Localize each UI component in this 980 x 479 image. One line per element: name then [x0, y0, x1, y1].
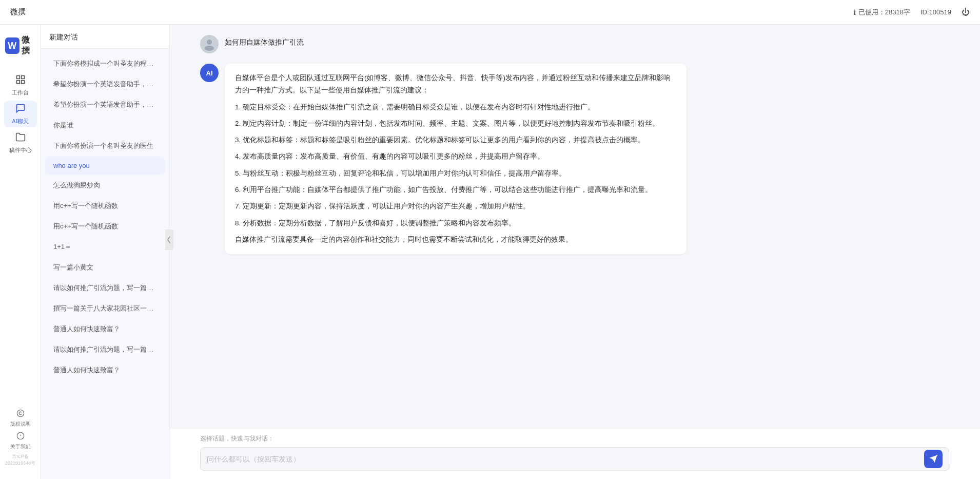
chat-sidebar: 新建对话 下面你将模拟成一个叫圣友的程序员，我说... 希望你扮演一个英语发音助…: [41, 25, 169, 479]
copyright-icon: [16, 409, 25, 419]
left-nav: W 微撰 工作台 AI聊天 稿件中心 版权说明: [0, 25, 41, 479]
quick-topics-label: 选择话题，快速与我对话：: [200, 434, 949, 443]
logo-area: W 微撰: [0, 35, 41, 56]
user-avatar: [200, 35, 219, 53]
chat-history-item-15[interactable]: 请以如何推广引流为题，写一篇大纲: [45, 340, 165, 359]
chat-history-item-12[interactable]: 请以如何推广引流为题，写一篇大纲: [45, 278, 165, 298]
copyright-label: 版权说明: [10, 420, 31, 428]
id-label: ID:100519: [920, 8, 951, 16]
collapse-sidebar-button[interactable]: [165, 229, 173, 250]
sidebar-item-drafts[interactable]: 稿件中心: [4, 129, 37, 156]
chat-history-item-7[interactable]: 怎么做狗屎炒肉: [45, 176, 165, 195]
chat-area: 如何用自媒体做推广引流 AI 自媒体平台是个人或团队通过互联网平台(如博客、微博…: [169, 25, 980, 479]
ai-point-8: 8. 分析数据：定期分析数据，了解用户反馈和喜好，以便调整推广策略和内容发布频率…: [235, 217, 676, 229]
drafts-icon: [15, 132, 26, 145]
ai-point-3: 3. 优化标题和标签：标题和标签是吸引粉丝的重要因素。优化标题和标签可以让更多的…: [235, 134, 676, 146]
svg-point-9: [205, 46, 214, 51]
logo-text: 微撰: [22, 35, 36, 56]
ai-point-5: 5. 与粉丝互动：积极与粉丝互动，回复评论和私信，可以增加用户对你的认可和信任，…: [235, 167, 676, 180]
sidebar-header: 新建对话: [41, 25, 169, 49]
chat-history-item-16[interactable]: 普通人如何快速致富？: [45, 360, 165, 380]
svg-point-8: [207, 40, 212, 45]
chat-history-item-13[interactable]: 撰写一篇关于八大家花园社区一刻钟便民生...: [45, 299, 165, 318]
ai-point-6: 6. 利用平台推广功能：自媒体平台都提供了推广功能，如广告投放、付费推广等，可以…: [235, 184, 676, 196]
topbar: 微撰 ℹ 已使用：28318字 ID:100519 ⏻: [0, 0, 980, 25]
chat-history-item-6[interactable]: who are you: [45, 157, 165, 175]
user-message-text: 如何用自媒体做推广引流: [225, 35, 304, 47]
app-title: 微撰: [10, 7, 26, 17]
chat-input[interactable]: [207, 448, 924, 470]
ai-point-2: 2. 制定内容计划：制定一份详细的内容计划，包括发布时间、频率、主题、文案、图片…: [235, 118, 676, 130]
workbench-label: 工作台: [12, 89, 29, 97]
chat-history-item-8[interactable]: 用c++写一个随机函数: [45, 196, 165, 216]
drafts-label: 稿件中心: [9, 146, 32, 154]
chat-history-item-9[interactable]: 用c++写一个随机函数: [45, 217, 165, 236]
chat-history-item-14[interactable]: 普通人如何快速致富？: [45, 319, 165, 339]
ai-point-1: 1. 确定目标受众：在开始自媒体推广引流之前，需要明确目标受众是谁，以便在发布内…: [235, 101, 676, 113]
chat-history-item-3[interactable]: 希望你扮演一个英语发音助手，我提供给你...: [45, 95, 165, 114]
icp-text: 京ICP备2022019348号: [0, 453, 41, 467]
user-message: 如何用自媒体做推广引流: [200, 35, 949, 53]
workbench-icon: [15, 74, 26, 87]
info-icon: ℹ: [853, 8, 856, 16]
sidebar-item-ai-chat[interactable]: AI聊天: [4, 101, 37, 127]
ai-point-4: 4. 发布高质量内容：发布高质量、有价值、有趣的内容可以吸引更多的粉丝，并提高用…: [235, 150, 676, 163]
about-item[interactable]: 关于我们: [4, 431, 37, 451]
copyright-item[interactable]: 版权说明: [4, 408, 37, 429]
nav-bottom: 版权说明 关于我们 京ICP备2022019348号: [0, 408, 41, 471]
ai-intro: 自媒体平台是个人或团队通过互联网平台(如博客、微博、微信公众号、抖音、快手等)发…: [235, 72, 676, 97]
ai-avatar: AI: [200, 64, 219, 82]
logo-icon: W: [5, 37, 19, 54]
svg-point-4: [17, 410, 24, 416]
power-icon[interactable]: ⏻: [962, 8, 970, 17]
input-area: 选择话题，快速与我对话：: [169, 428, 980, 479]
ai-message: AI 自媒体平台是个人或团队通过互联网平台(如博客、微博、微信公众号、抖音、快手…: [200, 64, 949, 254]
svg-rect-0: [16, 75, 19, 79]
chat-history-list: 下面你将模拟成一个叫圣友的程序员，我说... 希望你扮演一个英语发音助手，我提供…: [41, 49, 169, 479]
ai-conclusion: 自媒体推广引流需要具备一定的内容创作和社交能力，同时也需要不断尝试和优化，才能取…: [235, 234, 676, 246]
ai-chat-label: AI聊天: [12, 118, 28, 125]
send-button[interactable]: [924, 450, 943, 468]
new-chat-label[interactable]: 新建对话: [49, 33, 78, 41]
chat-history-item-5[interactable]: 下面你将扮演一个名叫圣友的医生: [45, 136, 165, 156]
svg-rect-1: [21, 75, 24, 79]
usage-info: ℹ 已使用：28318字: [853, 8, 910, 17]
sidebar-item-workbench[interactable]: 工作台: [4, 72, 37, 99]
svg-rect-2: [21, 80, 24, 83]
chat-messages: 如何用自媒体做推广引流 AI 自媒体平台是个人或团队通过互联网平台(如博客、微博…: [169, 25, 980, 428]
ai-point-7: 7. 定期更新：定期更新内容，保持活跃度，可以让用户对你的内容产生兴趣，增加用户…: [235, 200, 676, 213]
chat-icon: [15, 103, 26, 116]
chat-history-item-2[interactable]: 希望你扮演一个英语发音助手，我提供给你...: [45, 74, 165, 94]
chat-history-item-1[interactable]: 下面你将模拟成一个叫圣友的程序员，我说...: [45, 54, 165, 73]
chat-history-item-10[interactable]: 1+1＝: [45, 237, 165, 257]
chat-history-item-4[interactable]: 你是谁: [45, 116, 165, 135]
chat-history-item-11[interactable]: 写一篇小黄文: [45, 258, 165, 277]
usage-label: 已使用：28318字: [858, 8, 910, 17]
about-label: 关于我们: [10, 443, 31, 450]
svg-rect-3: [16, 80, 19, 83]
about-icon: [16, 432, 25, 442]
ai-message-content: 自媒体平台是个人或团队通过互联网平台(如博客、微博、微信公众号、抖音、快手等)发…: [225, 64, 687, 254]
input-box: [200, 447, 949, 471]
topbar-right: ℹ 已使用：28318字 ID:100519 ⏻: [853, 8, 970, 17]
